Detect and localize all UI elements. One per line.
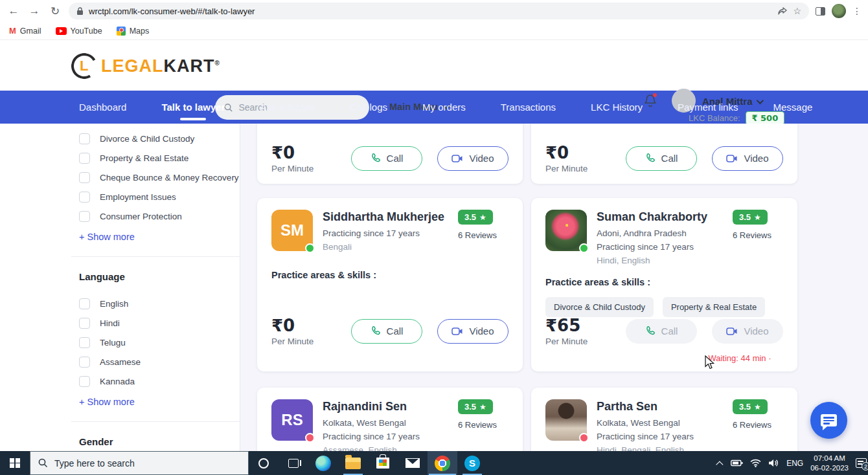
reviews-count[interactable]: 6 Reviews [458, 230, 508, 240]
filter-label: Assamese [100, 357, 141, 367]
legalkart-logo[interactable]: L LEGALKART® [71, 53, 220, 79]
bookmark-maps[interactable]: Maps [117, 27, 150, 36]
practice-areas-label: Practice areas & skills : [545, 277, 783, 287]
price-amount: ₹0 [271, 316, 330, 335]
lawyer-name[interactable]: Partha Sen [597, 400, 723, 414]
back-icon[interactable]: ← [6, 5, 21, 17]
cortana-button[interactable] [249, 451, 279, 475]
wifi-icon[interactable] [750, 459, 761, 467]
speaker-icon[interactable] [768, 459, 779, 467]
logo-part2: KART [164, 56, 215, 76]
mail-icon [405, 458, 420, 468]
checkbox[interactable] [79, 337, 90, 348]
call-button-disabled[interactable]: Call [626, 319, 697, 344]
lawyer-languages: Bengali [323, 241, 448, 254]
taskbar-clock[interactable]: 07:04 AM 06-02-2023 [810, 454, 849, 473]
lawyer-name[interactable]: Siddhartha Mukherjee [323, 210, 448, 224]
lawyer-languages: Hindi, Bengali, English [597, 444, 723, 451]
taskbar-search[interactable]: Type here to search [30, 451, 249, 475]
call-button[interactable]: Call [351, 319, 422, 344]
screen: ← → ↻ wrctpl.com/lk-consumer-web/#/talk-… [0, 0, 868, 475]
lawyer-name[interactable]: Suman Chakraborty [597, 210, 723, 224]
call-label: Call [387, 326, 404, 337]
padlock-icon [76, 7, 84, 16]
phone-icon [645, 153, 656, 164]
checkbox[interactable] [79, 318, 90, 329]
windows-logo-icon [10, 458, 20, 469]
bookmark-youtube[interactable]: YouTube [56, 27, 102, 36]
lawyer-card: ₹0 Per Minute Call Video [257, 124, 523, 184]
nav-ask-a-lawyer[interactable]: Ask a lawyer [242, 91, 332, 124]
side-panel-icon[interactable] [816, 7, 825, 16]
call-label: Call [661, 153, 678, 164]
reviews-count[interactable]: 6 Reviews [733, 420, 783, 430]
taskbar-store[interactable] [368, 451, 398, 475]
forward-icon[interactable]: → [27, 5, 41, 17]
action-center-icon[interactable]: 2 [856, 458, 867, 468]
battery-icon[interactable] [731, 459, 743, 467]
call-button[interactable]: Call [351, 146, 422, 171]
lawyer-name[interactable]: Rajnandini Sen [323, 400, 448, 414]
bookmark-star-icon[interactable]: ☆ [793, 6, 801, 16]
browser-profile-avatar[interactable] [832, 4, 846, 18]
checkbox[interactable] [79, 298, 90, 309]
nav-transactions[interactable]: Transactions [483, 91, 573, 124]
video-button[interactable]: Video [437, 319, 508, 344]
logo-text: LEGALKART® [101, 56, 220, 76]
nav-payment-links[interactable]: Payment links [660, 91, 755, 124]
busy-status-dot [305, 433, 315, 443]
gender-section-title: Gender [79, 436, 240, 447]
content: Divorce & Child Custody Property & Real … [0, 124, 868, 451]
filter-label: Divorce & Child Custody [100, 134, 194, 144]
reload-icon[interactable]: ↻ [48, 5, 62, 18]
rating-value: 3.5 [739, 402, 751, 412]
share-icon[interactable] [777, 6, 788, 16]
checkbox[interactable] [79, 172, 90, 183]
nav-dashboard[interactable]: Dashboard [62, 91, 144, 124]
nav-message[interactable]: Message [755, 91, 830, 124]
taskbar-skype[interactable]: S [457, 451, 487, 475]
lawyer-card: ₹0 Per Minute Call Video [531, 124, 797, 184]
nav-talk-to-lawyer[interactable]: Talk to lawyer [144, 91, 242, 124]
reviews-count[interactable]: 6 Reviews [458, 420, 508, 430]
rating-value: 3.5 [464, 212, 476, 222]
checkbox[interactable] [79, 211, 90, 222]
call-button[interactable]: Call [626, 146, 697, 171]
video-button[interactable]: Video [712, 146, 783, 171]
task-view-button[interactable] [279, 451, 308, 475]
lawyer-photo [545, 399, 587, 441]
bookmark-label: Maps [130, 27, 150, 36]
nav-call-logs[interactable]: Call logs [333, 91, 405, 124]
rating-badge: 3.5★ [733, 399, 768, 414]
checkbox[interactable] [79, 153, 90, 164]
start-button[interactable] [0, 451, 30, 475]
video-button[interactable]: Video [437, 146, 508, 171]
reviews-count[interactable]: 6 Reviews [733, 230, 783, 240]
nav-lkc-history[interactable]: LKC History [573, 91, 660, 124]
address-bar[interactable]: wrctpl.com/lk-consumer-web/#/talk-to-law… [69, 3, 809, 19]
filter-label: English [100, 299, 128, 309]
taskbar-chrome[interactable] [428, 451, 457, 475]
video-button-disabled[interactable]: Video [712, 319, 783, 344]
microsoft-store-icon [376, 458, 389, 469]
language-indicator[interactable]: ENG [786, 459, 803, 468]
checkbox[interactable] [79, 192, 90, 203]
price-amount: ₹0 [545, 143, 604, 162]
main-nav: Dashboard Talk to lawyer Ask a lawyer Ca… [0, 91, 868, 124]
filter-employment-issues: Employment Issues [79, 187, 240, 206]
tray-expand-icon[interactable] [716, 461, 723, 468]
taskbar-edge[interactable] [308, 451, 338, 475]
checkbox[interactable] [79, 357, 90, 368]
show-more-languages[interactable]: + Show more [79, 395, 240, 409]
chat-widget-button[interactable] [810, 402, 847, 439]
nav-my-orders[interactable]: My orders [405, 91, 483, 124]
bookmark-gmail[interactable]: MGmail [9, 26, 41, 36]
show-more-practice-areas[interactable]: + Show more [79, 230, 240, 244]
taskbar-file-explorer[interactable] [338, 451, 368, 475]
checkbox[interactable] [79, 376, 90, 387]
browser-toolbar: ← → ↻ wrctpl.com/lk-consumer-web/#/talk-… [0, 0, 868, 22]
taskbar-mail[interactable] [398, 451, 428, 475]
browser-menu-icon[interactable]: ⋮ [852, 6, 862, 16]
busy-status-dot [579, 433, 589, 443]
checkbox[interactable] [79, 133, 90, 144]
